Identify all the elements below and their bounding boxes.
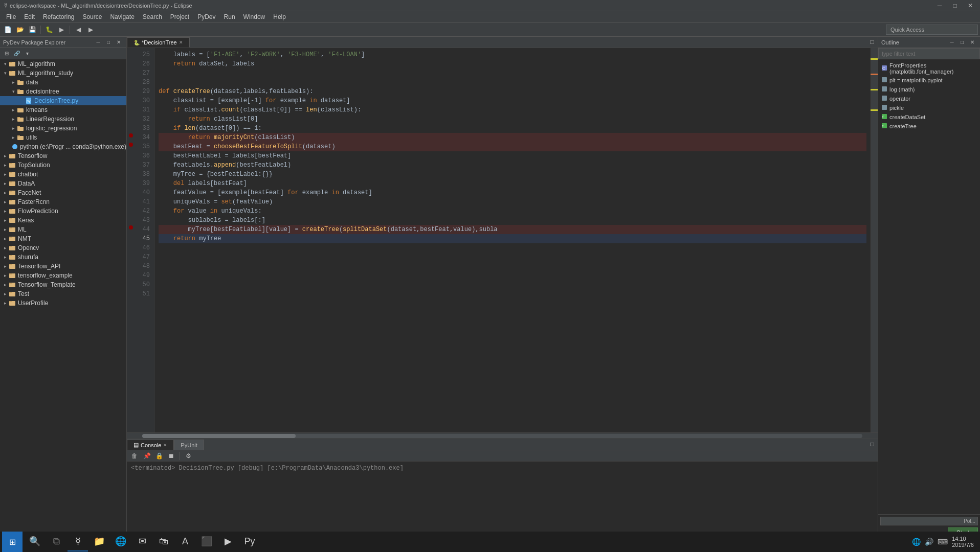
outline-minimize-button[interactable]: ─ bbox=[947, 38, 956, 47]
tree-item-ml[interactable]: ▸ML bbox=[0, 225, 126, 234]
outline-item-operator[interactable]: operator bbox=[878, 94, 980, 103]
console-clear-button[interactable]: 🗑 bbox=[129, 450, 140, 462]
menu-item-search[interactable]: Search bbox=[139, 12, 166, 21]
forward-button[interactable]: ▶ bbox=[85, 24, 96, 35]
editor-maximize-button[interactable]: □ bbox=[866, 37, 878, 48]
link-editor-button[interactable]: 🔗 bbox=[12, 49, 21, 58]
outline-item-plt-=-matplotlib.pyp[interactable]: plt = matplotlib.pyplot bbox=[878, 76, 980, 85]
back-button[interactable]: ◀ bbox=[73, 24, 84, 35]
tab-close-button[interactable]: ✕ bbox=[179, 40, 183, 45]
taskbar-edge[interactable]: 🌐 bbox=[110, 532, 131, 551]
taskbar-volume-icon[interactable]: 🔊 bbox=[925, 538, 933, 546]
tree-item-shurufa[interactable]: ▸shurufa bbox=[0, 252, 126, 262]
console-settings-button[interactable]: ⚙ bbox=[183, 450, 194, 462]
outline-item-pickle[interactable]: pickle bbox=[878, 103, 980, 112]
outline-item-log-(math)[interactable]: log (math) bbox=[878, 85, 980, 94]
taskbar-network-icon[interactable]: 🌐 bbox=[912, 538, 921, 546]
tree-item-linearregression[interactable]: ▸LinearRegression bbox=[0, 114, 126, 124]
outline-item-createtree[interactable]: fcreateTree bbox=[878, 122, 980, 131]
tree-label-fasterrcnn: FasterRcnn bbox=[18, 198, 50, 205]
collapse-all-button[interactable]: ⊟ bbox=[2, 49, 11, 58]
tree-item-utils[interactable]: ▸utils bbox=[0, 133, 126, 142]
tree-item-decisiontree_py[interactable]: pyDecisionTree.py bbox=[0, 96, 126, 105]
outline-filter-input[interactable] bbox=[878, 48, 980, 59]
tree-item-python_interpreter[interactable]: python (e:\Progr ... conda3\python.exe) bbox=[0, 142, 126, 151]
tree-item-opencv[interactable]: ▸Opencv bbox=[0, 243, 126, 252]
taskbar-keyboard-icon[interactable]: ⌨ bbox=[938, 538, 948, 546]
taskbar-eclipse[interactable]: ☿ bbox=[68, 532, 88, 551]
new-button[interactable]: 📄 bbox=[2, 24, 13, 35]
tree-item-dataa[interactable]: ▸DataA bbox=[0, 179, 126, 188]
console-stop-button[interactable]: ⏹ bbox=[166, 450, 177, 462]
menu-item-source[interactable]: Source bbox=[78, 12, 106, 21]
editor-area[interactable]: 2526272829303132333435363738394041424344… bbox=[127, 48, 878, 432]
console-maximize-button[interactable]: □ bbox=[866, 439, 878, 450]
tree-item-data[interactable]: ▸data bbox=[0, 78, 126, 87]
menu-item-help[interactable]: Help bbox=[269, 12, 290, 21]
tree-item-fasterrcnn[interactable]: ▸FasterRcnn bbox=[0, 197, 126, 206]
menu-item-navigate[interactable]: Navigate bbox=[106, 12, 138, 21]
menu-item-run[interactable]: Run bbox=[220, 12, 239, 21]
hscroll-thumb[interactable] bbox=[142, 434, 296, 438]
tree-item-facenet[interactable]: ▸FaceNet bbox=[0, 188, 126, 197]
taskbar-explorer[interactable]: 📁 bbox=[89, 532, 109, 551]
code-content[interactable]: labels = ['F1-AGE', 'F2-WORK', 'F3-HOME'… bbox=[154, 48, 871, 432]
run-button[interactable]: ▶ bbox=[56, 24, 67, 35]
taskbar-task-view[interactable]: ⧉ bbox=[46, 532, 66, 551]
console-tab-close[interactable]: ✕ bbox=[163, 443, 167, 448]
menu-item-pydev[interactable]: PyDev bbox=[193, 12, 219, 21]
minimize-button[interactable]: ─ bbox=[934, 0, 945, 11]
close-panel-button[interactable]: ✕ bbox=[114, 38, 123, 47]
editor-tab-decisiontree[interactable]: 🐍 *DecisionTree ✕ bbox=[127, 37, 190, 48]
taskbar-email[interactable]: ✉ bbox=[132, 532, 152, 551]
tree-item-flowprediction[interactable]: ▸FlowPrediction bbox=[0, 206, 126, 216]
minimize-panel-button[interactable]: ─ bbox=[94, 38, 103, 47]
menu-item-project[interactable]: Project bbox=[166, 12, 193, 21]
outline-item-createdataset[interactable]: fcreateDataSet bbox=[878, 112, 980, 122]
maximize-button[interactable]: □ bbox=[949, 0, 961, 11]
tree-item-ml_algorithm_study[interactable]: ▾ML_algorithm_study bbox=[0, 68, 126, 78]
outline-item-label: FontProperties (matplotlib.font_manager) bbox=[889, 62, 977, 75]
tree-item-nmt[interactable]: ▸NMT bbox=[0, 234, 126, 243]
svg-rect-56 bbox=[882, 86, 887, 91]
open-button[interactable]: 📂 bbox=[14, 24, 26, 35]
start-menu-button[interactable]: ⊞ bbox=[2, 532, 23, 552]
view-menu-button[interactable]: ▾ bbox=[23, 49, 32, 58]
debug-button[interactable]: 🐛 bbox=[43, 24, 55, 35]
tree-item-test[interactable]: ▸Test bbox=[0, 289, 126, 298]
tree-item-chatbot[interactable]: ▸chatbot bbox=[0, 170, 126, 179]
tree-item-userprofile[interactable]: ▸UserProfile bbox=[0, 298, 126, 308]
taskbar-adobe[interactable]: A bbox=[175, 532, 195, 551]
tree-item-decisiontree[interactable]: ▾decisiontree bbox=[0, 87, 126, 96]
close-button[interactable]: ✕ bbox=[965, 0, 976, 11]
tree-item-topsolution[interactable]: ▸TopSolution bbox=[0, 160, 126, 170]
menu-item-edit[interactable]: Edit bbox=[20, 12, 39, 21]
outline-close-button[interactable]: ✕ bbox=[968, 38, 977, 47]
tree-item-kmeans[interactable]: ▸kmeans bbox=[0, 105, 126, 114]
maximize-panel-button[interactable]: □ bbox=[104, 38, 113, 47]
menu-item-window[interactable]: Window bbox=[239, 12, 270, 21]
taskbar-clock[interactable]: 14:10 2019/7/6 bbox=[952, 536, 974, 548]
outline-maximize-button[interactable]: □ bbox=[957, 38, 967, 47]
console-pin-button[interactable]: 📌 bbox=[141, 450, 152, 462]
console-scroll-lock-button[interactable]: 🔒 bbox=[153, 450, 165, 462]
console-tab[interactable]: ▤ Console ✕ bbox=[127, 440, 174, 450]
tree-item-tensorflow_api[interactable]: ▸Tensorflow_API bbox=[0, 262, 126, 271]
tree-item-tensorflow[interactable]: ▸Tensorflow bbox=[0, 151, 126, 160]
tree-item-tensorflow_example[interactable]: ▸tensorflow_example bbox=[0, 271, 126, 280]
menu-item-refactoring[interactable]: Refactoring bbox=[39, 12, 78, 21]
save-button[interactable]: 💾 bbox=[27, 24, 38, 35]
editor-hscrollbar[interactable] bbox=[127, 432, 878, 439]
outline-item-fontproperties-(matp[interactable]: CFontProperties (matplotlib.font_manager… bbox=[878, 61, 980, 76]
tree-item-logistic_regression[interactable]: ▸logistic_regression bbox=[0, 124, 126, 133]
pyunit-tab[interactable]: PyUnit bbox=[174, 440, 204, 450]
taskbar-pycharm[interactable]: Py bbox=[239, 532, 260, 551]
tree-item-ml_algorithm[interactable]: ▾ML_algorithm bbox=[0, 59, 126, 68]
tree-item-tensorflow_template[interactable]: ▸Tensorflow_Template bbox=[0, 280, 126, 289]
taskbar-terminal[interactable]: ⬛ bbox=[196, 532, 217, 551]
tree-item-keras[interactable]: ▸Keras bbox=[0, 216, 126, 225]
taskbar-media[interactable]: ▶ bbox=[218, 532, 238, 551]
taskbar-search[interactable]: 🔍 bbox=[25, 532, 45, 551]
menu-item-file[interactable]: File bbox=[2, 12, 20, 21]
taskbar-store[interactable]: 🛍 bbox=[153, 532, 174, 551]
